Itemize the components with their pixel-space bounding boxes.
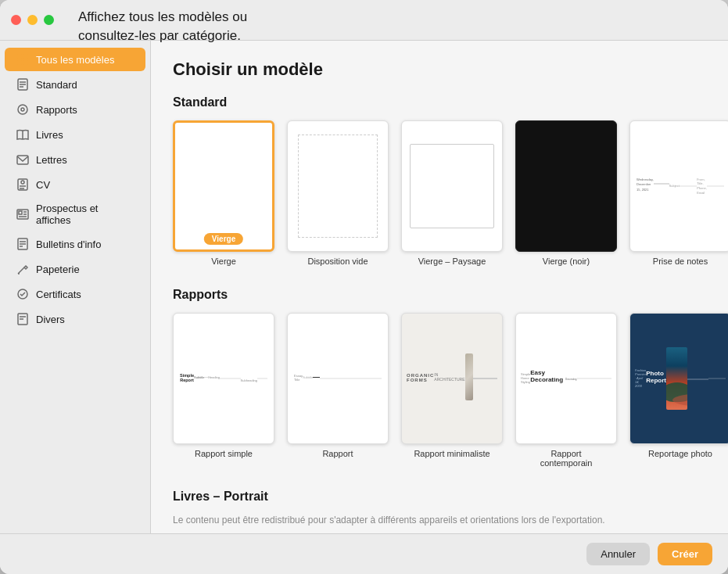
- template-label-reportage-photo: Reportage photo: [648, 449, 712, 458]
- template-label-prise-de-notes: Prise de notes: [653, 257, 708, 266]
- sidebar-label-standard: Standard: [36, 79, 77, 91]
- badge-vierge: Vierge: [204, 233, 243, 245]
- cv-icon: [16, 178, 30, 192]
- templates-row-rapports: Simple Report Subtitle Heading Subheadin…: [173, 313, 706, 468]
- svg-rect-11: [17, 156, 28, 164]
- template-thumb-prise-de-notes[interactable]: Wednesday, December 15, 2021 Subject Fro…: [629, 120, 728, 252]
- papeterie-icon: [16, 262, 30, 276]
- template-thumb-disposition-vide[interactable]: [287, 120, 389, 252]
- divers-icon: [16, 312, 30, 326]
- sidebar-label-papeterie: Papeterie: [36, 264, 80, 275]
- sidebar-item-lettres[interactable]: Lettres: [5, 148, 145, 171]
- sidebar: Tous les modèles Standard: [0, 41, 151, 533]
- section-title-livres: Livres – Portrait: [173, 490, 706, 504]
- sidebar-label-rapports: Rapports: [36, 104, 77, 116]
- svg-rect-17: [19, 211, 22, 214]
- template-rapport-contemporain[interactable]: Simple Home Styling Easy Decorating Deco…: [515, 313, 617, 468]
- sidebar-label-lettres: Lettres: [36, 154, 67, 166]
- livres-icon: [16, 127, 30, 142]
- template-label-vierge-noir: Vierge (noir): [543, 257, 590, 266]
- template-thumb-vierge[interactable]: Vierge: [173, 120, 274, 252]
- templates-row-standard: Vierge Vierge Disposition vide: [173, 120, 706, 266]
- template-thumb-rapport-minimaliste[interactable]: ORGANIC FORMS IN ARCHITECTURE: [401, 313, 503, 444]
- template-label-rapport-contemporain: Rapportcontemporain: [540, 449, 593, 468]
- sidebar-item-standard[interactable]: Standard: [5, 73, 145, 96]
- bulletins-icon: [16, 237, 30, 251]
- template-disposition-vide[interactable]: Disposition vide: [287, 120, 389, 266]
- svg-line-25: [18, 267, 24, 274]
- livres-subtitle: Le contenu peut être redistribué pour s'…: [173, 515, 706, 526]
- svg-point-9: [21, 108, 24, 111]
- section-livres: Livres – Portrait Le contenu peut être r…: [173, 490, 706, 526]
- template-thumb-rapport[interactable]: Essay Title Subtitle: [287, 313, 389, 444]
- svg-rect-0: [17, 54, 22, 59]
- sidebar-item-tous[interactable]: Tous les modèles: [5, 48, 145, 71]
- maximize-button[interactable]: [44, 15, 54, 25]
- section-title-standard: Standard: [173, 95, 706, 109]
- traffic-lights: [11, 15, 54, 25]
- template-label-vierge: Vierge: [211, 257, 236, 266]
- svg-rect-3: [23, 60, 28, 65]
- sidebar-item-cv[interactable]: CV: [5, 173, 145, 196]
- template-label-rapport-simple: Rapport simple: [195, 449, 253, 458]
- template-rapport-minimaliste[interactable]: ORGANIC FORMS IN ARCHITECTURE Rapport mi…: [401, 313, 503, 468]
- section-rapports: Rapports Simple Report Subtitle Heading: [173, 288, 706, 468]
- sidebar-label-divers: Divers: [36, 314, 65, 325]
- template-label-vierge-paysage: Vierge – Paysage: [418, 257, 486, 266]
- certificats-icon: [16, 287, 30, 301]
- rapports-icon: [16, 102, 30, 117]
- close-button[interactable]: [11, 15, 21, 25]
- template-vierge-paysage[interactable]: Vierge – Paysage: [401, 120, 503, 266]
- template-thumb-rapport-contemporain[interactable]: Simple Home Styling Easy Decorating Deco…: [515, 313, 617, 444]
- content-area: Choisir un modèle Standard Vierge Vierge: [151, 41, 728, 533]
- sidebar-label-cv: CV: [36, 179, 50, 191]
- sidebar-label-certificats: Certificats: [36, 289, 81, 300]
- template-thumb-vierge-paysage[interactable]: [401, 120, 503, 252]
- section-title-rapports: Rapports: [173, 288, 706, 302]
- create-button[interactable]: Créer: [658, 543, 712, 565]
- sidebar-label-bulletins: Bulletins d'info: [36, 239, 101, 250]
- sidebar-item-prospectus[interactable]: Prospectus et affiches: [5, 198, 145, 231]
- template-rapport[interactable]: Essay Title Subtitle: [287, 313, 389, 468]
- svg-rect-1: [23, 54, 28, 59]
- page-title: Choisir un modèle: [173, 59, 706, 80]
- template-prise-de-notes[interactable]: Wednesday, December 15, 2021 Subject Fro…: [629, 120, 728, 266]
- template-thumb-vierge-noir[interactable]: [515, 120, 617, 252]
- sidebar-label-prospectus: Prospectus et affiches: [36, 203, 134, 226]
- sidebar-item-certificats[interactable]: Certificats: [5, 282, 145, 306]
- template-rapport-simple[interactable]: Simple Report Subtitle Heading Subheadin…: [173, 313, 274, 468]
- grid-icon: [16, 52, 30, 66]
- doc-icon: [16, 77, 30, 91]
- prospectus-icon: [16, 207, 30, 221]
- template-vierge-noir[interactable]: Vierge (noir): [515, 120, 617, 266]
- sidebar-item-livres[interactable]: Livres: [5, 123, 145, 146]
- svg-rect-2: [17, 60, 22, 65]
- sidebar-item-papeterie[interactable]: Papeterie: [5, 257, 145, 281]
- window: Affichez tous les modèles ou consultez-l…: [0, 0, 728, 574]
- template-label-rapport-minimaliste: Rapport minimaliste: [414, 449, 490, 458]
- template-thumb-reportage-photo[interactable]: Fashion Premier · April 14, 2000 Photo R…: [629, 313, 728, 444]
- title-bar: [0, 0, 728, 41]
- section-standard: Standard Vierge Vierge: [173, 95, 706, 266]
- template-reportage-photo[interactable]: Fashion Premier · April 14, 2000 Photo R…: [629, 313, 728, 468]
- svg-point-13: [21, 181, 24, 184]
- cancel-button[interactable]: Annuler: [586, 543, 650, 565]
- sidebar-item-bulletins[interactable]: Bulletins d'info: [5, 232, 145, 256]
- minimize-button[interactable]: [27, 15, 38, 25]
- svg-point-8: [18, 105, 27, 114]
- template-label-rapport: Rapport: [322, 449, 353, 458]
- bottom-bar: Annuler Créer: [0, 533, 728, 574]
- sidebar-item-rapports[interactable]: Rapports: [5, 98, 145, 121]
- template-label-disposition-vide: Disposition vide: [307, 257, 368, 266]
- main-area: Tous les modèles Standard: [0, 41, 728, 533]
- lettres-icon: [16, 152, 30, 167]
- sidebar-label-tous: Tous les modèles: [36, 54, 114, 66]
- template-vierge[interactable]: Vierge Vierge: [173, 120, 274, 266]
- sidebar-item-divers[interactable]: Divers: [5, 307, 145, 331]
- sidebar-label-livres: Livres: [36, 129, 63, 141]
- template-thumb-rapport-simple[interactable]: Simple Report Subtitle Heading Subheadin…: [173, 313, 274, 444]
